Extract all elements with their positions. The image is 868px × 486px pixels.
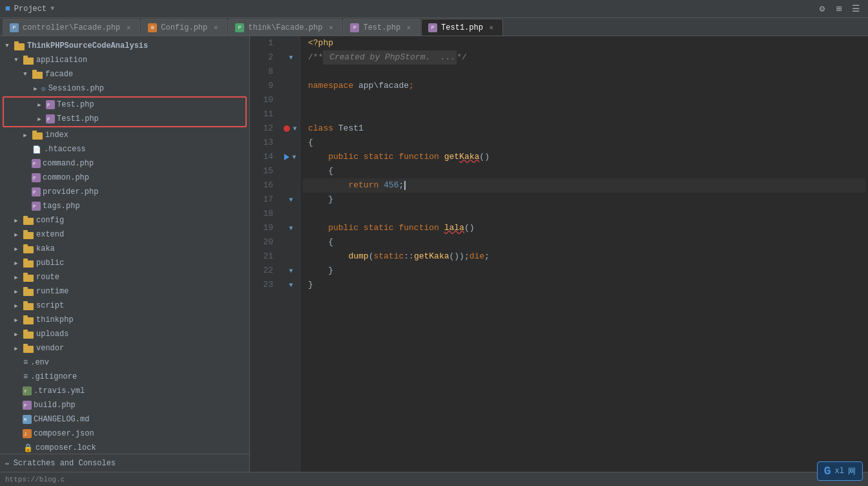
sidebar-item-runtime[interactable]: ▶ runtime <box>0 284 249 299</box>
sidebar-item-route[interactable]: ▶ route <box>0 270 249 284</box>
comment-2: /** <box>308 50 323 65</box>
semicolon-21b: ; <box>484 249 490 264</box>
sidebar-item-facade[interactable]: ▼ facade <box>0 67 249 81</box>
sidebar-item-test1-php[interactable]: ▶ P Test1.php <box>4 112 245 126</box>
code-line-18 <box>303 207 865 221</box>
sidebar-item-travis[interactable]: Y .travis.yml <box>0 384 249 398</box>
getkaka-fn: get <box>444 150 459 164</box>
tags-php-icon: P <box>32 202 41 211</box>
svg-rect-29 <box>23 273 28 276</box>
sidebar-item-config[interactable]: ▶ config <box>0 213 249 227</box>
sidebar-item-composer-lock[interactable]: 🔒 composer.lock <box>0 441 249 454</box>
sidebar-item-extend[interactable]: ▶ extend <box>0 227 249 242</box>
code-line-9: namespace app\facade ; <box>303 79 865 93</box>
sidebar-item-application[interactable]: ▼ application <box>0 53 249 67</box>
sp-19a <box>358 221 364 235</box>
sidebar-item-command[interactable]: P command.php <box>0 156 249 171</box>
tab-think-facade[interactable]: P think\Facade.php ✕ <box>228 19 342 36</box>
travis-label: .travis.yml <box>34 386 85 396</box>
ln-20: 20 <box>250 235 277 249</box>
fold-12[interactable]: ▼ <box>291 125 299 132</box>
gutter-18 <box>282 207 300 221</box>
watermark-net: 网 <box>848 466 856 477</box>
fold-14[interactable]: ▼ <box>291 153 298 161</box>
tab-close-test[interactable]: ✕ <box>404 23 413 32</box>
menu-icon[interactable]: ☰ <box>849 2 863 16</box>
sidebar-item-changelog[interactable]: M CHANGELOG.md <box>0 412 249 427</box>
tab-icon-think: P <box>235 23 244 32</box>
test-php-arrow: ▶ <box>35 100 44 109</box>
fold-23[interactable]: ▼ <box>287 281 295 289</box>
die-kw-21: die <box>470 249 484 264</box>
static-kw-21: static <box>373 249 404 264</box>
sidebar-item-common[interactable]: P common.php <box>0 171 249 185</box>
sidebar-tree[interactable]: ▼ ThinkPHPSourceCodeAnalysis ▼ applicati… <box>0 36 249 454</box>
fold-22[interactable]: ▼ <box>287 267 295 275</box>
extend-folder-icon <box>23 230 34 239</box>
public-folder-icon <box>23 259 34 268</box>
settings-icon[interactable]: ⚙ <box>815 2 829 16</box>
runtime-label: runtime <box>36 287 68 296</box>
scratches-bar[interactable]: ✏ Scratches and Consoles <box>0 454 249 472</box>
layout-icon[interactable]: ⊞ <box>832 2 846 16</box>
svg-text:P: P <box>33 176 36 181</box>
fold-17[interactable]: ▼ <box>287 196 295 204</box>
htaccess-icon: 📄 <box>32 145 41 154</box>
semicolon-16: ; <box>398 178 404 193</box>
fold-2[interactable]: ▼ <box>287 54 295 61</box>
sidebar-item-tags[interactable]: P tags.php <box>0 199 249 213</box>
function-kw-19: function <box>398 221 439 235</box>
test1-php-icon: P <box>46 114 55 123</box>
tab-controller-facade[interactable]: P controller\Facade.php ✕ <box>3 19 140 36</box>
fold-19[interactable]: ▼ <box>287 224 295 232</box>
sidebar-item-htaccess[interactable]: 📄 .htaccess <box>0 142 249 156</box>
tags-label: tags.php <box>43 202 80 211</box>
tab-test[interactable]: P Test.php ✕ <box>343 19 420 36</box>
sidebar-item-thinkphp[interactable]: ▶ thinkphp <box>0 313 249 327</box>
kaka-arrow: ▶ <box>12 244 21 253</box>
ln-19: 19 <box>250 221 277 235</box>
code-line-8 <box>303 65 865 79</box>
composer-json-icon: J <box>23 429 32 438</box>
facade-arrow: ▼ <box>21 70 30 79</box>
ln-14: 14 <box>250 150 277 164</box>
sidebar-item-index[interactable]: ▶ index <box>0 128 249 142</box>
sidebar-item-provider[interactable]: P provider.php <box>0 185 249 199</box>
svg-text:P: P <box>33 162 36 167</box>
tab-close-test1[interactable]: ✕ <box>487 23 496 32</box>
tab-config[interactable]: ⚙ Config.php ✕ <box>141 19 227 36</box>
composer-lock-icon: 🔒 <box>23 443 33 453</box>
tab-close-controller[interactable]: ✕ <box>124 23 133 32</box>
sidebar-item-root[interactable]: ▼ ThinkPHPSourceCodeAnalysis <box>0 39 249 53</box>
gutter-2: ▼ <box>282 50 300 65</box>
semicolon-21a: ; <box>464 249 470 264</box>
sidebar-item-build[interactable]: P build.php <box>0 398 249 412</box>
sidebar-item-uploads[interactable]: ▶ uploads <box>0 327 249 341</box>
public-label: public <box>36 259 64 268</box>
sidebar-item-sessions[interactable]: ▶ ⊙ Sessions.php <box>0 81 249 96</box>
code-content[interactable]: <?php /** Created by PhpStorm. ... */ na… <box>300 36 868 472</box>
root-arrow: ▼ <box>3 41 12 50</box>
breakpoint-12[interactable] <box>284 125 290 132</box>
code-area[interactable]: 1 2 8 9 10 11 12 13 14 15 16 17 18 19 20… <box>250 36 868 472</box>
sidebar-item-gitignore[interactable]: ≡ .gitignore <box>0 370 249 384</box>
dump-fn: dump <box>348 249 368 264</box>
sidebar-item-script[interactable]: ▶ script <box>0 299 249 313</box>
tab-test1[interactable]: P Test1.php ✕ <box>421 19 503 36</box>
sidebar-item-test-php[interactable]: ▶ P Test.php <box>4 98 245 112</box>
sidebar-item-public[interactable]: ▶ public <box>0 256 249 270</box>
bp-arrow-14 <box>284 154 289 160</box>
sidebar-item-kaka[interactable]: ▶ kaka <box>0 242 249 256</box>
ln-18: 18 <box>250 207 277 221</box>
tab-close-think[interactable]: ✕ <box>326 23 335 32</box>
config-label: config <box>36 216 64 225</box>
status-bar: https://blog.c G xl 网 <box>0 472 868 486</box>
command-php-icon: P <box>32 159 41 168</box>
sidebar-item-vendor[interactable]: ▶ vendor <box>0 341 249 355</box>
sidebar-item-env[interactable]: ≡ .env <box>0 355 249 370</box>
tab-close-config[interactable]: ✕ <box>211 23 220 32</box>
sessions-icon: ⊙ <box>41 85 46 93</box>
provider-php-icon: P <box>32 187 41 196</box>
sidebar-item-composer-json[interactable]: J composer.json <box>0 427 249 441</box>
dropdown-icon[interactable]: ▼ <box>50 5 54 12</box>
